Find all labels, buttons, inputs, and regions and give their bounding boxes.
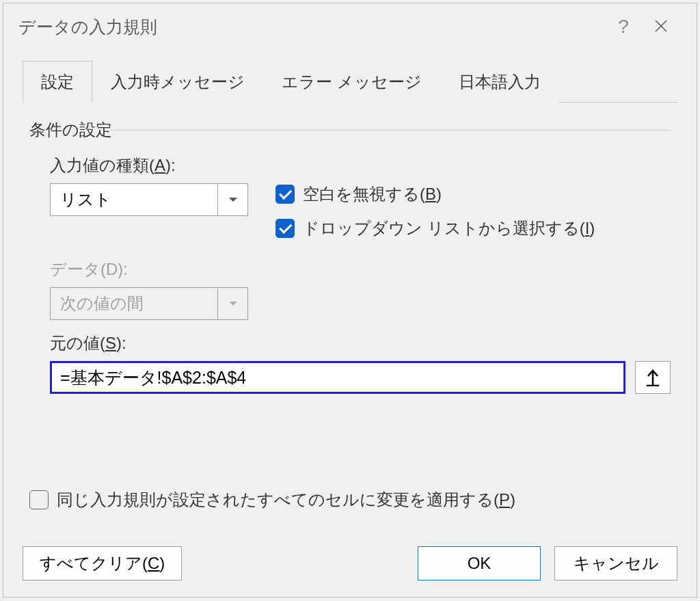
clear-all-button[interactable]: すべてクリア(C) [23, 546, 182, 580]
tab-ime-mode[interactable]: 日本語入力 [440, 61, 559, 103]
dialog-footer: すべてクリア(C) OK キャンセル [3, 544, 697, 597]
close-icon [654, 19, 668, 33]
close-button[interactable] [641, 16, 682, 38]
data-label: データ(D): [50, 258, 275, 280]
settings-panel: 条件の設定 入力値の種類(A): リスト [23, 103, 677, 530]
data-row: データ(D): 次の値の間 [50, 258, 671, 320]
cancel-button[interactable]: キャンセル [554, 546, 677, 580]
allow-select[interactable]: リスト [50, 183, 248, 216]
titlebar: データの入力規則 ? [3, 3, 697, 50]
ignore-blank-checkbox-row[interactable]: 空白を無視する(B) [275, 183, 671, 205]
allow-select-arrow [217, 184, 247, 215]
chevron-down-icon [229, 198, 237, 202]
form-body: 入力値の種類(A): リスト 空白を無 [29, 155, 671, 394]
source-section: 元の値(S): [50, 332, 671, 394]
dropdown-checkbox [275, 219, 295, 238]
tab-divider [559, 60, 677, 103]
data-validation-dialog: データの入力規則 ? 設定 入力時メッセージ エラー メッセージ 日本語入力 条… [3, 3, 697, 598]
allow-select-value: リスト [51, 189, 217, 211]
conditions-label-text: 条件の設定 [29, 120, 112, 139]
apply-all-checkbox-row[interactable]: 同じ入力規則が設定されたすべてのセルに変更を適用する(P) [29, 489, 671, 511]
dropdown-label: ドロップダウン リストから選択する(I) [303, 217, 595, 239]
apply-all-checkbox [29, 490, 49, 509]
data-select-arrow [217, 288, 247, 319]
footer-spacer [196, 546, 404, 580]
tab-settings[interactable]: 設定 [23, 61, 92, 103]
help-button[interactable]: ? [606, 16, 641, 38]
conditions-section-label: 条件の設定 [29, 119, 671, 141]
dialog-title: データの入力規則 [18, 16, 606, 38]
tab-error-alert[interactable]: エラー メッセージ [263, 61, 440, 103]
source-input[interactable] [50, 361, 625, 394]
allow-row: 入力値の種類(A): リスト 空白を無 [50, 155, 671, 252]
source-input-row [50, 361, 671, 394]
allow-label: 入力値の種類(A): [50, 155, 275, 176]
chevron-down-icon [229, 302, 237, 306]
ignore-blank-label: 空白を無視する(B) [303, 183, 442, 205]
collapse-dialog-icon [645, 369, 660, 386]
tab-input-message[interactable]: 入力時メッセージ [92, 61, 263, 103]
apply-all-label: 同じ入力規則が設定されたすべてのセルに変更を適用する(P) [57, 489, 515, 511]
ignore-blank-checkbox [275, 185, 295, 204]
dropdown-checkbox-row[interactable]: ドロップダウン リストから選択する(I) [275, 217, 671, 239]
dialog-content: 設定 入力時メッセージ エラー メッセージ 日本語入力 条件の設定 入力値の種類… [3, 50, 697, 544]
source-label: 元の値(S): [50, 332, 671, 354]
data-select-value: 次の値の間 [51, 293, 217, 315]
data-select: 次の値の間 [50, 287, 248, 320]
ok-button[interactable]: OK [418, 546, 541, 580]
tab-bar: 設定 入力時メッセージ エラー メッセージ 日本語入力 [23, 60, 677, 103]
range-select-button[interactable] [635, 361, 671, 394]
